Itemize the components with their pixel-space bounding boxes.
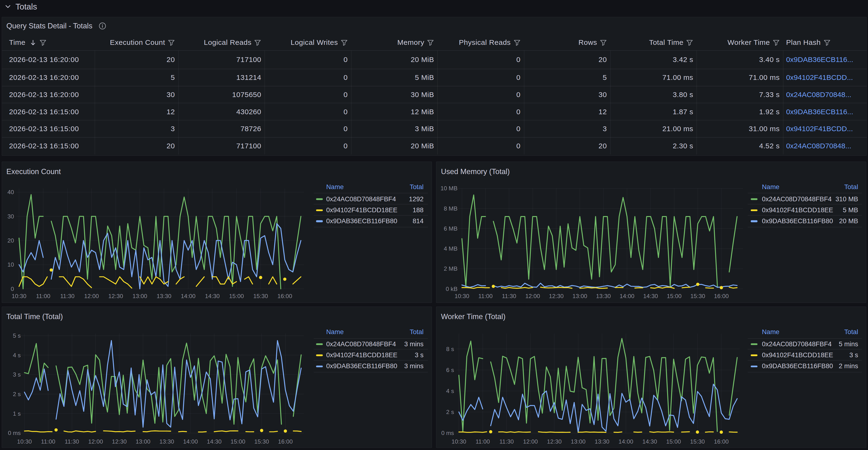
svg-text:13:00: 13:00 — [572, 293, 587, 299]
svg-text:10: 10 — [7, 261, 14, 268]
svg-text:11:30: 11:30 — [60, 293, 74, 299]
svg-text:12:30: 12:30 — [108, 293, 123, 299]
svg-text:4 MB: 4 MB — [444, 245, 458, 252]
svg-text:11:30: 11:30 — [65, 438, 79, 445]
svg-text:0 ms: 0 ms — [8, 430, 21, 437]
svg-text:30: 30 — [7, 213, 14, 220]
svg-text:14:00: 14:00 — [620, 293, 634, 299]
svg-text:15:00: 15:00 — [230, 438, 245, 445]
svg-text:12:00: 12:00 — [523, 438, 538, 445]
svg-text:13:00: 13:00 — [571, 438, 586, 445]
svg-text:13:30: 13:30 — [159, 438, 174, 445]
svg-text:3 s: 3 s — [12, 371, 21, 378]
svg-text:4 s: 4 s — [446, 388, 454, 394]
svg-text:6 MB: 6 MB — [444, 225, 458, 232]
svg-text:12:00: 12:00 — [88, 438, 103, 445]
svg-text:0 ms: 0 ms — [441, 430, 454, 437]
svg-text:11:00: 11:00 — [36, 293, 50, 299]
svg-text:13:00: 13:00 — [135, 438, 150, 445]
svg-text:40: 40 — [7, 189, 14, 195]
svg-text:0: 0 — [10, 286, 14, 292]
svg-text:8 MB: 8 MB — [444, 205, 458, 212]
svg-text:16:00: 16:00 — [278, 438, 292, 445]
svg-text:15:00: 15:00 — [666, 438, 681, 445]
svg-text:15:30: 15:30 — [253, 293, 268, 299]
svg-text:11:00: 11:00 — [475, 438, 490, 445]
svg-text:5 s: 5 s — [12, 333, 21, 339]
svg-text:10:30: 10:30 — [17, 438, 32, 445]
svg-text:13:30: 13:30 — [596, 293, 611, 299]
svg-text:12:00: 12:00 — [84, 293, 99, 299]
svg-text:4 s: 4 s — [12, 352, 21, 359]
svg-text:2 MB: 2 MB — [444, 265, 458, 272]
svg-text:13:00: 13:00 — [132, 293, 147, 299]
svg-text:15:30: 15:30 — [254, 438, 269, 445]
svg-text:8 s: 8 s — [446, 346, 454, 352]
svg-text:16:00: 16:00 — [714, 293, 729, 299]
svg-text:13:30: 13:30 — [157, 293, 171, 299]
svg-text:11:30: 11:30 — [499, 438, 514, 445]
svg-text:14:30: 14:30 — [207, 438, 221, 445]
svg-text:14:30: 14:30 — [643, 293, 658, 299]
svg-text:11:30: 11:30 — [502, 293, 516, 299]
svg-text:14:30: 14:30 — [205, 293, 219, 299]
svg-text:15:30: 15:30 — [690, 438, 705, 445]
svg-text:2 s: 2 s — [446, 409, 454, 415]
svg-text:12:30: 12:30 — [112, 438, 126, 445]
svg-text:13:30: 13:30 — [595, 438, 610, 445]
svg-text:6 s: 6 s — [446, 367, 454, 373]
svg-text:11:00: 11:00 — [41, 438, 55, 445]
svg-text:1 s: 1 s — [12, 411, 21, 417]
svg-text:10:30: 10:30 — [11, 293, 26, 299]
svg-text:2 s: 2 s — [12, 391, 21, 397]
svg-text:14:00: 14:00 — [181, 293, 195, 299]
svg-text:10:30: 10:30 — [452, 438, 466, 445]
svg-text:16:00: 16:00 — [714, 438, 729, 445]
svg-text:10 MB: 10 MB — [440, 185, 458, 192]
svg-text:20: 20 — [7, 237, 14, 244]
svg-text:15:00: 15:00 — [229, 293, 244, 299]
svg-text:14:00: 14:00 — [183, 438, 198, 445]
svg-text:12:30: 12:30 — [549, 293, 564, 299]
svg-text:10:30: 10:30 — [455, 293, 469, 299]
svg-text:11:00: 11:00 — [478, 293, 493, 299]
svg-text:14:00: 14:00 — [619, 438, 633, 445]
svg-text:12:30: 12:30 — [547, 438, 562, 445]
svg-text:0 kB: 0 kB — [446, 286, 458, 292]
svg-text:12:00: 12:00 — [525, 293, 540, 299]
svg-text:16:00: 16:00 — [277, 293, 292, 299]
svg-text:15:00: 15:00 — [667, 293, 682, 299]
svg-text:15:30: 15:30 — [690, 293, 705, 299]
svg-text:14:30: 14:30 — [642, 438, 657, 445]
